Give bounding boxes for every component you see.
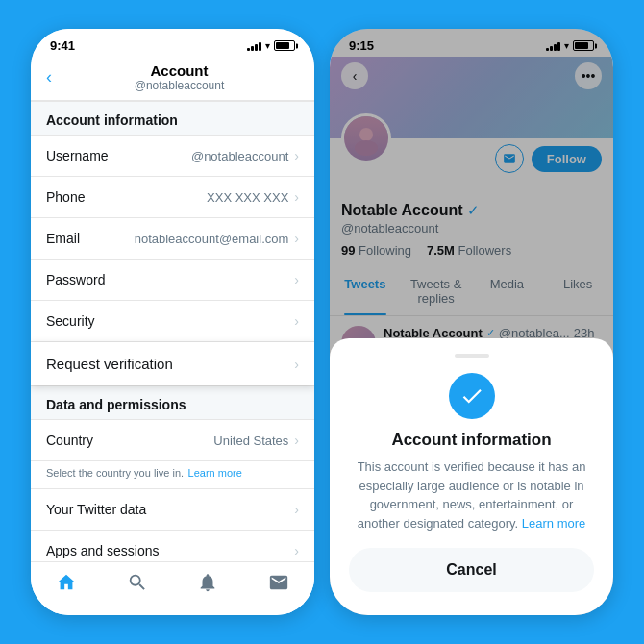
bottom-sheet-overlay: Account information This account is veri… (330, 29, 613, 615)
email-right: notableaccount@email.com › (135, 231, 299, 246)
password-label: Password (46, 272, 105, 287)
sheet-handle (455, 354, 489, 358)
right-phone: 9:15 ▾ ‹ ••• (330, 29, 613, 615)
menu-item-username[interactable]: Username @notableaccount › (31, 136, 314, 177)
apps-sessions-right: › (294, 543, 299, 558)
section-header-account-text: Account information (46, 112, 178, 128)
section-header-data: Data and permissions (31, 385, 314, 420)
country-note-link[interactable]: Learn more (188, 467, 242, 479)
chevron-icon-password: › (294, 272, 299, 287)
menu-item-twitter-data[interactable]: Your Twitter data › (31, 489, 314, 531)
username-label: Username (46, 148, 109, 163)
menu-item-email[interactable]: Email notableaccount@email.com › (31, 218, 314, 260)
country-label: Country (46, 433, 93, 448)
tab-messages[interactable] (268, 572, 289, 598)
password-right: › (294, 272, 299, 287)
tab-notifications[interactable] (197, 572, 218, 598)
menu-item-country[interactable]: Country United States › (31, 420, 314, 461)
country-note: Select the country you live in. Learn mo… (31, 461, 314, 489)
nav-subtitle-text: @notableaccount (60, 79, 299, 92)
status-bar-left: 9:41 ▾ (31, 29, 314, 57)
country-note-text: Select the country you live in. (46, 467, 184, 479)
security-label: Security (46, 313, 95, 329)
tab-bar-left (31, 561, 314, 615)
chevron-icon-email: › (294, 231, 299, 246)
sheet-title: Account information (349, 431, 594, 450)
chevron-icon-security: › (294, 313, 299, 329)
chevron-icon-twitter-data: › (294, 502, 299, 517)
sheet-cancel-button[interactable]: Cancel (349, 548, 594, 592)
section-header-data-text: Data and permissions (46, 397, 186, 412)
phone-value: XXX XXX XXX (207, 190, 288, 205)
nav-title: Account @notableaccount (60, 62, 299, 92)
battery-fill (276, 42, 289, 49)
nav-title-text: Account (60, 62, 299, 79)
bottom-sheet: Account information This account is veri… (330, 338, 613, 615)
request-verification-text: Request verification (46, 356, 173, 372)
section-header-account: Account information (31, 101, 314, 136)
tab-home[interactable] (56, 572, 77, 598)
sheet-learn-more-link[interactable]: Learn more (522, 516, 585, 531)
apps-sessions-label: Apps and sessions (46, 543, 160, 558)
phone-label: Phone (46, 189, 85, 205)
request-verification-item[interactable]: Request verification › (31, 342, 314, 385)
sheet-body: This account is verified because it has … (349, 458, 594, 533)
chevron-icon-apps-sessions: › (294, 543, 299, 558)
country-right: United States › (213, 433, 299, 448)
twitter-data-right: › (294, 502, 299, 517)
chevron-icon-phone: › (294, 189, 299, 205)
nav-bar-left: ‹ Account @notableaccount (31, 57, 314, 101)
left-phone: 9:41 ▾ ‹ Account @notableaccount Account… (31, 29, 314, 615)
email-label: Email (46, 231, 80, 246)
chevron-icon-country: › (294, 433, 299, 448)
username-right: @notableaccount › (191, 148, 299, 163)
status-icons-left: ▾ (247, 40, 295, 51)
menu-item-password[interactable]: Password › (31, 260, 314, 301)
menu-item-phone[interactable]: Phone XXX XXX XXX › (31, 177, 314, 218)
phone-right: XXX XXX XXX › (207, 189, 299, 205)
country-value: United States (213, 433, 288, 448)
menu-item-security[interactable]: Security › (31, 301, 314, 342)
chevron-icon-verification: › (294, 357, 299, 372)
time-left: 9:41 (50, 38, 75, 53)
security-right: › (294, 313, 299, 329)
back-button[interactable]: ‹ (46, 67, 52, 87)
sheet-checkmark-icon (449, 373, 495, 419)
tab-search[interactable] (127, 572, 148, 598)
battery-icon (274, 40, 295, 51)
chevron-icon-username: › (294, 148, 299, 163)
wifi-icon: ▾ (265, 40, 270, 51)
twitter-data-label: Your Twitter data (46, 502, 146, 517)
signal-bars (247, 41, 261, 51)
email-value: notableaccount@email.com (135, 232, 289, 246)
username-value: @notableaccount (191, 149, 288, 163)
